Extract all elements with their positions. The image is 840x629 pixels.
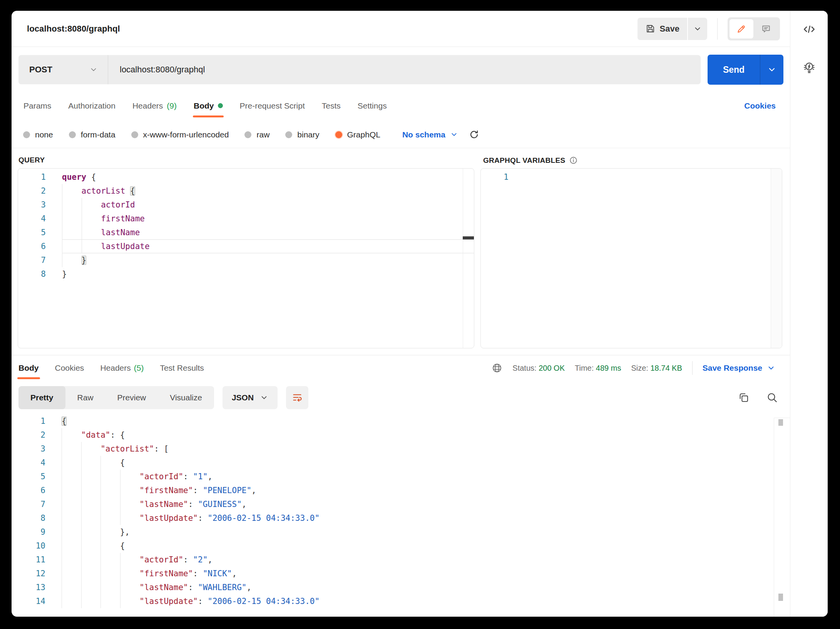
tab-count: (5)	[134, 363, 144, 373]
method-select[interactable]: POST	[18, 55, 108, 84]
tab-pre-request-script[interactable]: Pre-request Script	[240, 90, 305, 121]
body-modes: noneform-datax-www-form-urlencodedrawbin…	[23, 130, 396, 139]
body-mode-form-data[interactable]: form-data	[69, 130, 115, 139]
response-body-editor[interactable]: 1{2"data": {3"actorList": [4{5"actorId":…	[12, 414, 785, 617]
view-tab-pretty[interactable]: Pretty	[18, 386, 65, 409]
indent-guide	[81, 539, 101, 553]
token: }	[62, 269, 67, 279]
code-line: 12"firstName": "NICK",	[12, 567, 785, 580]
query-scrollbar[interactable]	[463, 169, 474, 348]
variables-editor[interactable]: 1	[480, 168, 782, 348]
save-response-button[interactable]: Save Response	[703, 363, 775, 373]
info-icon	[569, 156, 578, 165]
indent-guide	[100, 539, 120, 553]
body-mode-binary[interactable]: binary	[285, 130, 319, 139]
token: "lastUpdate"	[139, 514, 198, 523]
response-tab-headers[interactable]: Headers(5)	[100, 355, 144, 381]
indent-guide	[100, 497, 120, 511]
tab-settings[interactable]: Settings	[358, 90, 387, 121]
code-line: 3actorId	[18, 198, 474, 212]
token: "lastName"	[139, 500, 188, 509]
lightbulb-bolt-icon	[802, 60, 817, 75]
tab-body[interactable]: Body	[194, 90, 223, 121]
edit-mode-button[interactable]	[730, 19, 753, 38]
line-number: 7	[18, 253, 62, 267]
token: : [	[154, 444, 169, 453]
indent-guide	[120, 483, 140, 497]
indent-guide	[62, 497, 81, 511]
refresh-schema-button[interactable]	[469, 129, 479, 140]
chevron-down-icon	[767, 65, 776, 74]
indent-guide	[62, 594, 81, 608]
comments-button[interactable]	[754, 19, 778, 38]
indent-guide	[100, 567, 120, 580]
response-tab-test-results[interactable]: Test Results	[160, 355, 204, 381]
format-select[interactable]: JSON	[223, 386, 278, 409]
save-button[interactable]: Save	[638, 18, 687, 40]
chevron-down-icon	[767, 364, 775, 372]
size-pair: Size: 18.74 KB	[631, 364, 682, 373]
view-tab-raw[interactable]: Raw	[65, 386, 105, 409]
send-options-button[interactable]	[760, 55, 783, 85]
body-mode-none[interactable]: none	[23, 130, 53, 139]
main-area: localhost:8080/graphql Save	[12, 11, 790, 617]
indent-guide	[120, 470, 140, 483]
token: {	[120, 458, 125, 467]
view-tab-preview[interactable]: Preview	[105, 386, 158, 409]
line-number: 8	[12, 511, 45, 525]
cookies-link[interactable]: Cookies	[744, 90, 776, 121]
code-snippet-button[interactable]	[802, 22, 816, 38]
code-icon	[802, 22, 816, 36]
token: ,	[207, 555, 213, 564]
code-content: "lastUpdate": "2006-02-15 04:34:33.0"	[62, 511, 785, 525]
line-number: 12	[12, 567, 45, 580]
code-content: query {	[62, 170, 474, 184]
request-tabs: ParamsAuthorizationHeaders(9)BodyPre-req…	[12, 90, 790, 121]
tab-headers[interactable]: Headers(9)	[132, 90, 177, 121]
send-button[interactable]: Send	[708, 55, 760, 85]
tab-params[interactable]: Params	[23, 90, 51, 121]
copy-response-button[interactable]	[738, 391, 750, 404]
body-mode-label: none	[35, 130, 53, 139]
indent-guide	[81, 511, 101, 525]
token: "data"	[81, 430, 110, 440]
token: ,	[232, 569, 237, 578]
response-tab-body[interactable]: Body	[18, 355, 39, 381]
wrap-lines-button[interactable]	[286, 386, 308, 409]
indent-guide	[62, 239, 82, 253]
save-options-button[interactable]	[688, 18, 707, 40]
view-tab-visualize[interactable]: Visualize	[158, 386, 214, 409]
body-mode-x-www-form-urlencoded[interactable]: x-www-form-urlencoded	[131, 130, 229, 139]
tab-authorization[interactable]: Authorization	[68, 90, 115, 121]
time-pair: Time: 489 ms	[575, 364, 621, 373]
url-input[interactable]: localhost:8080/graphql	[108, 55, 701, 84]
radio-icon	[69, 131, 76, 138]
code-line: 7"lastName": "GUINESS",	[12, 497, 785, 511]
query-scroll-cursor-marker	[463, 236, 474, 239]
response-scrollbar[interactable]	[774, 418, 790, 617]
response-tab-cookies[interactable]: Cookies	[55, 355, 84, 381]
indent-guide	[120, 594, 140, 608]
edit-comment-toggle	[728, 17, 780, 40]
line-number: 1	[481, 170, 525, 184]
tab-tests[interactable]: Tests	[322, 90, 341, 121]
indent-guide	[81, 483, 101, 497]
schema-select[interactable]: No schema	[402, 130, 458, 139]
code-content: "lastName": "WAHLBERG",	[62, 580, 785, 594]
response-scrollbar-thumb-bottom[interactable]	[778, 594, 783, 601]
query-editor[interactable]: 1query {2actorList {3actorId4firstName5l…	[18, 168, 474, 348]
indent-guide	[81, 567, 101, 580]
chevron-down-icon	[260, 393, 268, 402]
search-response-button[interactable]	[766, 391, 778, 404]
body-mode-graphql[interactable]: GraphQL	[335, 130, 380, 139]
body-mode-raw[interactable]: raw	[244, 130, 269, 139]
tips-button[interactable]	[802, 60, 817, 77]
variables-scrollbar[interactable]	[771, 169, 782, 348]
code-content: {	[62, 414, 785, 428]
response-scrollbar-thumb[interactable]	[778, 419, 783, 426]
line-number: 10	[12, 539, 45, 553]
format-value: JSON	[232, 393, 254, 402]
indent-guide	[120, 497, 140, 511]
token: :	[198, 514, 207, 523]
token: "lastName"	[139, 583, 188, 592]
